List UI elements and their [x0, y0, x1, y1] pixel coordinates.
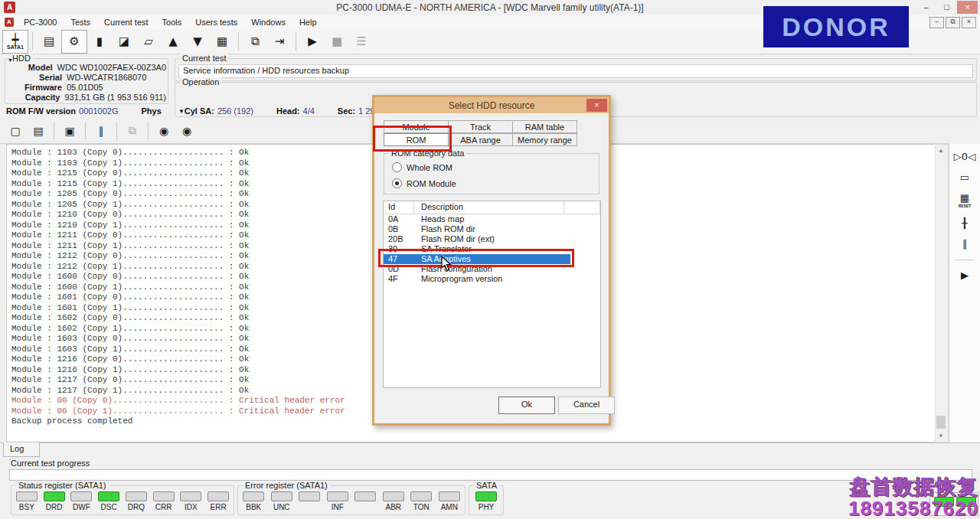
sata1-port-label: SATA1	[7, 44, 24, 50]
clear-log-button[interactable]: ▢	[4, 121, 27, 141]
toolbar-separator	[116, 122, 117, 140]
ton-led-icon	[410, 491, 432, 501]
test-queue-button[interactable]: ☰	[349, 31, 374, 53]
table-row[interactable]: 0BFlash ROM dir	[384, 224, 600, 234]
table-row[interactable]: 20BFlash ROM dir (ext)	[384, 234, 600, 244]
pause-log-button[interactable]: ∥	[90, 121, 113, 141]
cell-description: Microprogram version	[414, 274, 600, 284]
nvram-chip-button[interactable]: ◪	[112, 31, 136, 53]
menu-users-tests[interactable]: Users tests	[188, 18, 244, 27]
dialog-close-icon[interactable]: ×	[586, 99, 607, 112]
minimize-button[interactable]: –	[916, 1, 936, 14]
led-label: TON	[413, 503, 430, 511]
find-button[interactable]: ◉	[152, 121, 175, 141]
open-resource-button[interactable]: ▱	[136, 31, 161, 53]
table-row[interactable]: 0AHeads map	[384, 214, 600, 224]
write-sa-button[interactable]: ▲	[161, 31, 185, 53]
crr-led-icon	[153, 491, 175, 501]
start-test-button[interactable]: ▶	[300, 31, 325, 53]
table-row[interactable]: 4FMicroprogram version	[384, 274, 600, 284]
menu-tools[interactable]: Tools	[155, 18, 189, 27]
err-led-icon	[207, 491, 229, 501]
tab-track[interactable]: Track	[448, 120, 513, 133]
resource-table[interactable]: Id Description 0AHeads map0BFlash ROM di…	[383, 201, 601, 388]
hdd-panel: HDD ▼ ModelWDC WD1002FAEX-00Z3A0SerialWD…	[5, 58, 168, 104]
led-label: UNC	[273, 503, 290, 511]
toolbar-separator	[238, 32, 239, 51]
menu-pc-3000[interactable]: PC-3000	[17, 18, 64, 27]
tab-aba-range[interactable]: ABA range	[448, 133, 513, 146]
exit-utility-button[interactable]: ⇥	[267, 31, 292, 53]
menu-current-test[interactable]: Current test	[97, 18, 155, 27]
drive-passport-button[interactable]: ▤	[37, 31, 61, 53]
hdd-field-value: WD-WCATR1868070	[67, 73, 166, 83]
power-control-button[interactable]: ╂	[962, 218, 968, 229]
scroll-down-icon[interactable]: ▼	[936, 430, 946, 442]
led-label: DSC	[101, 503, 117, 511]
current-test-panel: Current test Service information / HDD r…	[175, 58, 977, 81]
recalibrate-button[interactable]: ▷0◁	[954, 152, 975, 162]
scrollbar-thumb[interactable]	[936, 416, 946, 429]
cancel-button[interactable]: Cancel	[558, 397, 615, 414]
column-header-id[interactable]: Id	[384, 201, 414, 214]
donor-banner: DONOR	[763, 6, 909, 47]
clear-log-icon: ▢	[10, 125, 20, 137]
scroll-up-icon[interactable]: ▲	[936, 145, 946, 156]
info-label: ROM F/W version	[6, 106, 76, 116]
stop-test-button[interactable]: ■	[325, 31, 349, 53]
error-unc: UNC	[269, 491, 295, 511]
tab-memory-range[interactable]: Memory range	[512, 133, 577, 146]
hdd-panel-title: HDD	[10, 54, 33, 63]
start-drive-button[interactable]: ▶	[961, 270, 969, 281]
unc-led-icon	[271, 491, 292, 501]
log-settings-button[interactable]: ▤	[27, 121, 50, 141]
drive-reset-button[interactable]: ▦RESET	[959, 193, 972, 208]
radio-whole-rom[interactable]: Whole ROM	[392, 162, 452, 172]
dialog-title-bar[interactable]: Select HDD resource ×	[374, 97, 609, 113]
utility-settings-button[interactable]: ⚙	[61, 30, 87, 54]
sata-panel: SATA PHY	[469, 485, 504, 515]
toolbar-separator	[148, 122, 149, 140]
maximize-button[interactable]: □	[936, 1, 957, 14]
tab-log[interactable]: Log	[3, 442, 40, 457]
led-label: CRR	[155, 503, 172, 511]
copy-log-button[interactable]: ⧉	[121, 121, 144, 141]
utility-settings-icon: ⚙	[69, 35, 79, 47]
toolbar-separator	[955, 260, 975, 260]
pause-drive-button[interactable]: ∥	[962, 239, 968, 250]
close-button[interactable]: ×	[957, 1, 978, 14]
mdi-restore-button[interactable]: ⧉	[946, 17, 960, 28]
tab-ram-table[interactable]: RAM table	[512, 120, 577, 133]
menu-tests[interactable]: Tests	[64, 18, 97, 27]
save-log-button[interactable]: ▣	[58, 121, 81, 141]
toolbar-separator	[32, 32, 33, 51]
ok-button[interactable]: Ok	[498, 397, 555, 414]
drive-id-button[interactable]: ▭	[960, 172, 969, 183]
nvram-chip-icon: ◪	[119, 35, 129, 47]
current-test-value: Service information / HDD resources back…	[178, 64, 973, 78]
copy-data-button[interactable]: ⧉	[243, 31, 267, 53]
mdi-close-button[interactable]: ×	[962, 17, 976, 28]
hdd-dropdown-arrow-icon[interactable]: ▼	[8, 57, 13, 63]
info-rom-f-w-version: ROM F/W version0001002G	[6, 106, 118, 116]
read-sa-button[interactable]: ▼	[185, 31, 210, 53]
drive-reset-icon: ▦	[960, 193, 969, 204]
watermark-company: 盘首数据恢复	[848, 476, 978, 498]
find-next-button[interactable]: ◉	[175, 121, 198, 141]
hdd-field-value: WDC WD1002FAEX-00Z3A0	[57, 63, 166, 73]
toolbar-separator	[54, 122, 54, 140]
hdd-field-capacity: Capacity931,51 GB (1 953 516 911)	[7, 93, 166, 103]
menu-help[interactable]: Help	[292, 18, 324, 27]
progress-bar	[9, 469, 972, 481]
mdi-minimize-button[interactable]: –	[929, 17, 944, 28]
info-label: Head:	[276, 106, 300, 116]
menu-windows[interactable]: Windows	[244, 18, 292, 27]
sector-grid-button[interactable]: ▦	[210, 31, 234, 53]
column-header-description[interactable]: Description	[414, 201, 564, 214]
rom-chip-button[interactable]: ▮	[87, 31, 112, 53]
radio-rom-module[interactable]: ROM Module	[392, 178, 456, 188]
test-queue-icon: ☰	[356, 35, 366, 47]
annotation-box-selected-row	[378, 249, 574, 267]
log-scrollbar[interactable]: ▲ ▼	[935, 144, 949, 442]
sata1-port-button[interactable]: ┿SATA1	[2, 30, 28, 54]
